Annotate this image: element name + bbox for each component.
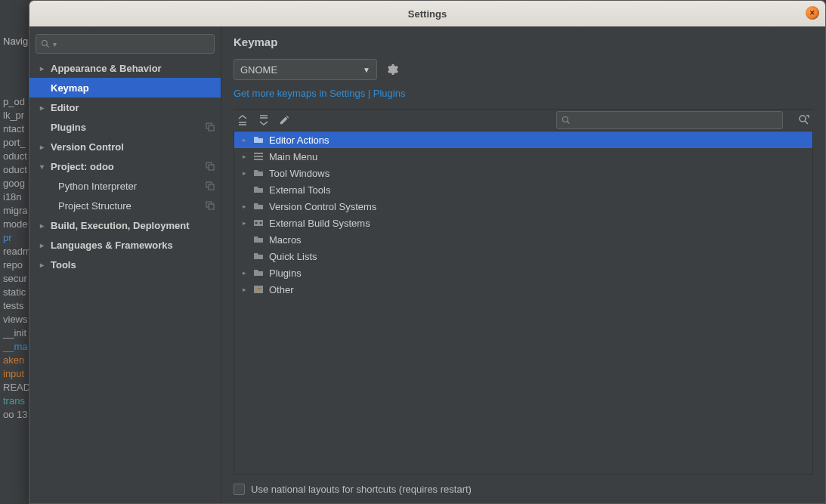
gear-icon	[386, 63, 398, 76]
keymap-gear-button[interactable]	[386, 63, 398, 76]
sidebar-item-label: Python Interpreter	[58, 181, 137, 192]
keymap-combo[interactable]: GNOME ▼	[234, 59, 377, 80]
close-button[interactable]	[806, 6, 819, 20]
action-tree-item-main-menu[interactable]: ▸Main Menu	[234, 148, 812, 165]
svg-rect-9	[209, 204, 214, 209]
expand-arrow-icon: ▸	[240, 219, 248, 227]
sidebar-item-label: Keymap	[51, 82, 89, 94]
sidebar-item-tools[interactable]: ▸Tools	[29, 255, 221, 274]
action-tree-item-external-build-systems[interactable]: ▸External Build Systems	[234, 215, 812, 231]
folder-icon	[252, 234, 265, 245]
sidebar-search[interactable]: ▾	[36, 34, 215, 54]
titlebar: Settings	[29, 1, 825, 26]
folder-icon	[252, 168, 265, 178]
expand-arrow-icon: ▸	[240, 203, 248, 210]
svg-line-11	[568, 122, 570, 124]
folder-icon	[252, 267, 265, 278]
expand-all-button[interactable]	[237, 114, 249, 126]
expand-arrow-icon: ▸	[240, 286, 248, 293]
sidebar-item-label: Editor	[51, 102, 79, 113]
collapse-all-button[interactable]	[258, 114, 270, 126]
expand-arrow-icon: ▸	[37, 104, 46, 112]
action-tree-label: Version Control Systems	[269, 201, 376, 212]
sidebar-item-label: Appearance & Behavior	[51, 63, 162, 74]
expand-arrow-icon: ▸	[37, 143, 46, 151]
action-tree-label: Other	[269, 284, 294, 295]
action-tree-label: Tool Windows	[269, 168, 329, 179]
action-tree-item-editor-actions[interactable]: ▸Editor Actions	[234, 131, 812, 148]
svg-point-18	[260, 222, 262, 224]
sidebar-item-label: Languages & Frameworks	[51, 240, 173, 251]
svg-point-17	[255, 222, 258, 224]
scope-icon	[206, 201, 215, 210]
scope-icon	[206, 181, 215, 190]
action-tree-label: Plugins	[269, 267, 302, 279]
svg-rect-7	[209, 184, 214, 190]
pencil-icon	[279, 115, 289, 125]
find-by-shortcut-button[interactable]	[798, 114, 810, 126]
ide-nav-label: Navig	[0, 33, 31, 50]
action-tree-item-plugins[interactable]: ▸Plugins	[234, 264, 812, 281]
action-tree[interactable]: ▸Editor Actions▸Main Menu▸Tool WindowsEx…	[234, 131, 813, 475]
national-layouts-label: Use national layouts for shortcuts (requ…	[251, 484, 472, 495]
sidebar-item-project-odoo[interactable]: ▾Project: odoo	[29, 156, 221, 176]
action-tree-label: External Build Systems	[269, 218, 370, 229]
folder-icon	[252, 184, 265, 195]
combo-value: GNOME	[240, 64, 277, 76]
settings-dialog: Settings ▾ ▸Appearance & BehaviorKeymap▸…	[29, 0, 826, 504]
build-icon	[252, 218, 265, 228]
action-tree-item-quick-lists[interactable]: Quick Lists	[234, 248, 812, 264]
sidebar-item-plugins[interactable]: Plugins	[29, 117, 221, 137]
action-search-input[interactable]	[556, 111, 783, 129]
sidebar-item-label: Version Control	[51, 141, 124, 153]
svg-rect-14	[254, 153, 263, 154]
scope-icon	[206, 162, 215, 171]
expand-arrow-icon: ▸	[240, 169, 248, 177]
sidebar-item-python-interpreter[interactable]: Python Interpreter	[29, 176, 221, 196]
scope-icon	[206, 122, 215, 131]
expand-all-icon	[237, 114, 249, 126]
search-icon	[561, 116, 571, 125]
svg-rect-3	[209, 125, 214, 131]
svg-rect-15	[254, 156, 263, 157]
svg-rect-20	[255, 288, 258, 289]
svg-point-10	[563, 117, 568, 122]
svg-rect-5	[209, 165, 214, 170]
expand-arrow-icon: ▸	[37, 261, 46, 269]
svg-line-13	[805, 121, 808, 124]
get-more-keymaps-link[interactable]: Get more keymaps in Settings	[234, 88, 365, 99]
national-layouts-checkbox[interactable]	[234, 484, 245, 495]
sidebar-item-keymap[interactable]: Keymap	[29, 78, 221, 97]
action-tree-item-tool-windows[interactable]: ▸Tool Windows	[234, 165, 812, 181]
sidebar-item-languages-frameworks[interactable]: ▸Languages & Frameworks	[29, 235, 221, 255]
sidebar-item-label: Project Structure	[58, 200, 131, 212]
action-tree-item-version-control-systems[interactable]: ▸Version Control Systems	[234, 198, 812, 215]
svg-point-0	[42, 41, 48, 46]
chevron-down-icon: ▼	[363, 66, 370, 74]
expand-arrow-icon: ▸	[37, 64, 46, 73]
action-tree-item-other[interactable]: ▸Other	[234, 281, 812, 298]
sidebar-item-project-structure[interactable]: Project Structure	[29, 196, 221, 215]
sidebar-item-editor[interactable]: ▸Editor	[29, 97, 221, 117]
sidebar-item-build-execution-deployment[interactable]: ▸Build, Execution, Deployment	[29, 215, 221, 235]
expand-arrow-icon: ▸	[37, 241, 46, 249]
svg-line-1	[47, 45, 49, 48]
action-tree-label: Editor Actions	[269, 135, 329, 146]
svg-point-12	[800, 116, 806, 122]
window-title: Settings	[408, 8, 447, 20]
settings-content: Keymap GNOME ▼ Get more keymaps in Setti…	[221, 26, 825, 503]
other-icon	[252, 284, 265, 295]
action-tree-item-external-tools[interactable]: External Tools	[234, 181, 812, 198]
settings-sidebar: ▾ ▸Appearance & BehaviorKeymap▸EditorPlu…	[29, 26, 221, 503]
sidebar-item-appearance-behavior[interactable]: ▸Appearance & Behavior	[29, 58, 221, 78]
edit-shortcut-button[interactable]	[279, 115, 289, 125]
action-tree-item-macros[interactable]: Macros	[234, 231, 812, 248]
sidebar-item-version-control[interactable]: ▸Version Control	[29, 137, 221, 156]
folder-icon	[252, 201, 265, 212]
menu-icon	[252, 151, 265, 162]
plugins-link[interactable]: Plugins	[373, 88, 406, 99]
expand-arrow-icon: ▸	[240, 153, 248, 160]
action-tree-label: Main Menu	[269, 151, 317, 162]
action-tree-label: Quick Lists	[269, 251, 317, 262]
action-tree-label: External Tools	[269, 184, 330, 196]
